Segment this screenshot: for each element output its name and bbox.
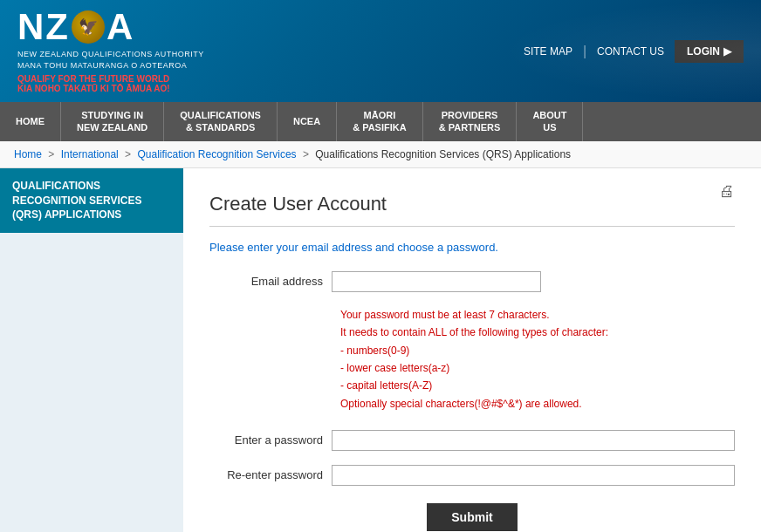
header-right: SITE MAP | CONTACT US LOGIN ▶ bbox=[524, 40, 744, 63]
nav-about[interactable]: ABOUT US bbox=[517, 102, 583, 141]
header: NZ 🦅 A NEW ZEALAND QUALIFICATIONS AUTHOR… bbox=[0, 0, 761, 102]
nav-qualifications[interactable]: QUALIFICATIONS & STANDARDS bbox=[164, 102, 278, 141]
email-input[interactable] bbox=[332, 271, 541, 292]
print-icon[interactable]: 🖨 bbox=[719, 182, 735, 201]
logo-tagline: QUALIFY FOR THE FUTURE WORLD KIA NOHO TA… bbox=[17, 74, 204, 93]
logo-nzqa: NZ 🦅 A bbox=[17, 9, 204, 45]
contact-us-link[interactable]: CONTACT US bbox=[597, 45, 664, 58]
enter-password-row: Enter a password bbox=[209, 430, 735, 451]
main-content: 🖨 Create User Account Please enter your … bbox=[183, 168, 761, 532]
submit-button[interactable]: Submit bbox=[427, 503, 517, 531]
content-wrapper: QUALIFICATIONS RECOGNITION SERVICES (QRS… bbox=[0, 168, 761, 532]
reenter-password-input[interactable] bbox=[332, 465, 735, 486]
breadcrumb-qrs[interactable]: Qualification Recognition Services bbox=[137, 148, 296, 160]
email-label: Email address bbox=[209, 271, 332, 288]
reenter-password-row: Re-enter password bbox=[209, 465, 735, 486]
breadcrumb-international[interactable]: International bbox=[61, 148, 119, 160]
nav-studying[interactable]: STUDYING IN NEW ZEALAND bbox=[61, 102, 164, 141]
reenter-password-label: Re-enter password bbox=[209, 465, 332, 481]
submit-row: Submit bbox=[209, 503, 735, 531]
enter-password-label: Enter a password bbox=[209, 430, 332, 447]
nav-maori[interactable]: MĀORI & PASIFIKA bbox=[337, 102, 423, 141]
logo-area: NZ 🦅 A NEW ZEALAND QUALIFICATIONS AUTHOR… bbox=[17, 9, 204, 93]
logo-text-nz: NZ bbox=[17, 9, 70, 45]
page-title: Create User Account bbox=[209, 193, 735, 227]
enter-password-input[interactable] bbox=[332, 430, 735, 451]
password-rules: Your password must be at least 7 charact… bbox=[340, 306, 735, 413]
intro-text: Please enter your email address and choo… bbox=[209, 241, 735, 254]
sidebar-title[interactable]: QUALIFICATIONS RECOGNITION SERVICES (QRS… bbox=[0, 168, 183, 233]
nav-home[interactable]: HOME bbox=[0, 102, 61, 141]
email-row: Email address bbox=[209, 271, 735, 292]
site-map-link[interactable]: SITE MAP bbox=[524, 45, 572, 58]
breadcrumb-current: Qualifications Recognition Services (QRS… bbox=[315, 148, 571, 160]
nav-ncea[interactable]: NCEA bbox=[278, 102, 337, 141]
header-divider: | bbox=[583, 44, 586, 59]
nav-providers[interactable]: PROVIDERS & PARTNERS bbox=[423, 102, 518, 141]
breadcrumb: Home > International > Qualification Rec… bbox=[0, 141, 761, 168]
nav-bar: HOME STUDYING IN NEW ZEALAND QUALIFICATI… bbox=[0, 102, 761, 141]
logo-subtitle: NEW ZEALAND QUALIFICATIONS AUTHORITY MAN… bbox=[17, 49, 204, 71]
sidebar: QUALIFICATIONS RECOGNITION SERVICES (QRS… bbox=[0, 168, 183, 532]
breadcrumb-home[interactable]: Home bbox=[14, 148, 42, 160]
logo-icon: 🦅 bbox=[72, 10, 105, 44]
login-button[interactable]: LOGIN ▶ bbox=[675, 40, 744, 63]
logo-text-a: A bbox=[106, 9, 134, 45]
